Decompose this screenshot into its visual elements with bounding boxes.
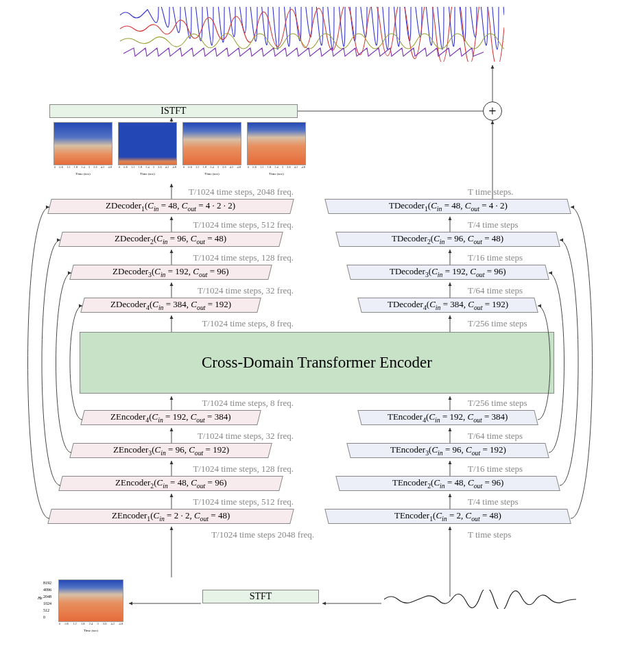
t-enc-4-step: T/256 time steps xyxy=(468,398,527,409)
output-spectrograms: 00.61.21.82.433.64.24.8Time (sec) 00.61.… xyxy=(54,122,306,176)
input-waveform xyxy=(384,590,576,612)
istft-block: ISTFT xyxy=(49,104,298,118)
encoder-stack: T/1024 time steps, 8 freq. T/256 time st… xyxy=(40,410,589,555)
z-enc-3-step: T/1024 time steps, 32 freq. xyxy=(198,431,294,442)
t-dec-2-step: T/4 time steps xyxy=(468,219,519,230)
istft-row: ISTFT + xyxy=(49,104,571,118)
t-enc-3-step: T/64 time steps xyxy=(468,431,523,442)
input-spectrogram: 81924096204810245120 Hz 00.61.21.82.433.… xyxy=(58,579,123,632)
t-encoder-4: TEncoder4(Cin = 192, Cout = 384) xyxy=(357,410,538,425)
z-enc-2-step: T/1024 time steps, 128 freq. xyxy=(193,464,294,475)
output-waveforms xyxy=(120,7,504,58)
t-dec-4-step: T/64 time steps xyxy=(468,285,523,296)
transformer-label: Cross-Domain Transformer Encoder xyxy=(202,354,432,372)
z-enc-4-step: T/1024 time steps, 8 freq. xyxy=(202,398,294,409)
z-dec-2-step: T/1024 time steps, 512 freq. xyxy=(193,219,294,230)
spec-out-2: 00.61.21.82.433.64.24.8Time (sec) xyxy=(118,122,177,176)
z-in-step: T/1024 time steps 2048 freq. xyxy=(211,529,314,540)
spec-yaxis: 81924096204810245120 xyxy=(43,579,51,621)
z-decoder-2: ZDecoder2(Cin = 96, Cout = 48) xyxy=(58,232,283,247)
z-dec-4-step: T/1024 time steps, 32 freq. xyxy=(198,285,294,296)
t-in-step: T time steps xyxy=(468,529,511,540)
t-decoder-4: TDecoder4(Cin = 384, Cout = 192) xyxy=(357,298,538,313)
z-decoder-3: ZDecoder3(Cin = 192, Cout = 96) xyxy=(69,265,272,280)
z-encoder-3: ZEncoder3(Cin = 96, Cout = 192) xyxy=(69,443,272,458)
istft-label: ISTFT xyxy=(161,106,186,117)
t-mid-step: T/256 time steps xyxy=(468,318,527,329)
spec-out-1: 00.61.21.82.433.64.24.8Time (sec) xyxy=(54,122,112,176)
stft-label: STFT xyxy=(250,591,272,602)
z-dec-3-step: T/1024 time steps, 128 freq. xyxy=(193,252,294,263)
z-enc-1-step: T/1024 time steps, 512 freq. xyxy=(193,496,294,507)
t-decoder-2: TDecoder2(Cin = 96, Cout = 48) xyxy=(335,232,560,247)
spec-out-3: 00.61.21.82.433.64.24.8Time (sec) xyxy=(182,122,241,176)
spec-ylabel: Hz xyxy=(38,596,43,600)
t-enc-2-step: T/16 time steps xyxy=(468,464,523,475)
t-enc-1-step: T/4 time steps xyxy=(468,496,519,507)
z-encoder-1: ZEncoder1(Cin = 2 · 2, Cout = 48) xyxy=(47,509,294,524)
stft-block: STFT xyxy=(202,590,319,603)
cross-domain-transformer: Cross-Domain Transformer Encoder xyxy=(80,332,554,394)
t-encoder-1: TEncoder1(Cin = 2, Cout = 48) xyxy=(324,509,571,524)
sum-node: + xyxy=(483,101,502,121)
spec-out-4: 00.61.21.82.433.64.24.8Time (sec) xyxy=(247,122,306,176)
decoder-stack: T/1024 time steps, 2048 freq. T time ste… xyxy=(40,199,589,344)
z-decoder-1: ZDecoder1(Cin = 48, Cout = 4 · 2 · 2) xyxy=(47,199,294,214)
t-dec-1-step: T time steps. xyxy=(468,187,514,197)
t-dec-3-step: T/16 time steps xyxy=(468,252,523,263)
t-encoder-3: TEncoder3(Cin = 96, Cout = 192) xyxy=(346,443,549,458)
t-encoder-2: TEncoder2(Cin = 48, Cout = 96) xyxy=(335,476,560,491)
z-encoder-2: ZEncoder2(Cin = 48, Cout = 96) xyxy=(58,476,283,491)
z-mid-step: T/1024 time steps, 8 freq. xyxy=(202,318,294,329)
z-decoder-4: ZDecoder4(Cin = 384, Cout = 192) xyxy=(80,298,261,313)
z-encoder-4: ZEncoder4(Cin = 192, Cout = 384) xyxy=(80,410,261,425)
t-decoder-3: TDecoder3(Cin = 192, Cout = 96) xyxy=(346,265,549,280)
t-decoder-1: TDecoder1(Cin = 48, Cout = 4 · 2) xyxy=(324,199,571,214)
plus-icon: + xyxy=(488,104,496,119)
z-dec-1-step: T/1024 time steps, 2048 freq. xyxy=(189,187,294,197)
